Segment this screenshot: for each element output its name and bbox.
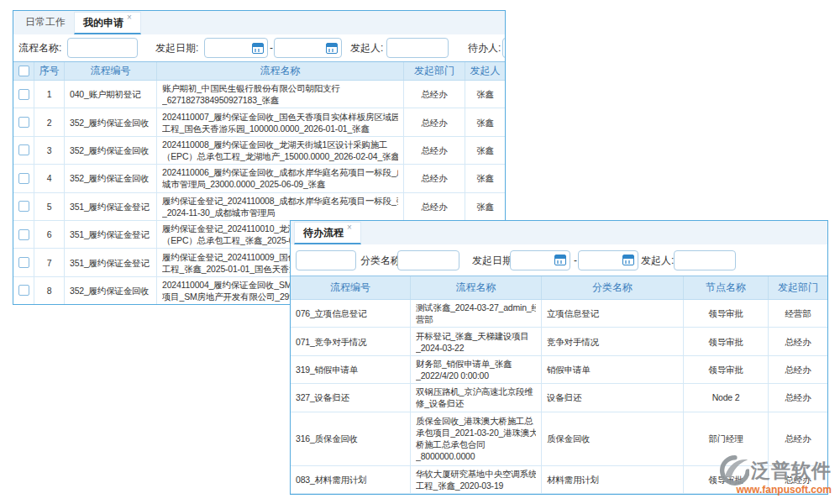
initiator-input[interactable] xyxy=(674,250,736,270)
cell-process-name: 2024110007_履约保证金回收_国色天香项目实体样板房区域园建工程_国色天… xyxy=(157,108,404,136)
cell-process-code: 319_销假申请单 xyxy=(291,356,411,384)
brand-url: www.fanpusoft.com xyxy=(719,484,832,496)
row-checkbox[interactable] xyxy=(18,117,29,128)
table-row[interactable]: 071_竞争对手情况 开标登记_张鑫_天梯建设项目_2024-03-22 竞争对… xyxy=(291,328,827,355)
cell-process-name: 双钢压路机_京沪高速北京段维修_设备归还 xyxy=(411,384,542,412)
table-row[interactable]: 319_销假申请单 财务部_销假申请单_张鑫_2022/4/20 0:00:00… xyxy=(291,356,827,384)
calendar-icon[interactable] xyxy=(622,255,634,265)
back-tabstrip: 日常工作 我的申请 × xyxy=(13,11,505,34)
initiator-label: 发起人: xyxy=(350,41,383,55)
fanpu-logo-icon xyxy=(719,455,749,486)
cell-process-name: 履约保证金登记_2024110008_成都水岸华庭名苑项目一标段_张鑫_2024… xyxy=(157,193,404,221)
col-header-dept[interactable]: 发起部门 xyxy=(769,276,827,299)
row-checkbox[interactable] xyxy=(18,173,29,184)
col-header-name[interactable]: 流程名称 xyxy=(157,62,404,80)
select-all-cell xyxy=(13,62,34,80)
cell-process-code: 083_材料需用计划 xyxy=(291,466,411,494)
row-checkbox[interactable] xyxy=(18,144,29,155)
row-checkbox-cell xyxy=(13,249,34,276)
cell-category: 立项信息登记 xyxy=(542,300,684,328)
col-header-seq[interactable]: 序号 xyxy=(34,62,65,80)
brand-text: 泛普软件 xyxy=(751,458,832,484)
col-header-node[interactable]: 节点名称 xyxy=(684,276,769,299)
process-name-input[interactable] xyxy=(67,38,138,58)
cell-seq: 5 xyxy=(34,193,65,221)
table-row[interactable]: 5 351_履约保证金登记 履约保证金登记_2024110008_成都水岸华庭名… xyxy=(13,193,505,221)
cell-process-name: 华软大厦研究基地中央空调系统工程_张鑫_2020-03-19 xyxy=(411,466,542,494)
tab-my-applications[interactable]: 我的申请 × xyxy=(74,12,141,34)
cell-category: 销假申请单 xyxy=(542,356,684,384)
start-date-from-input[interactable] xyxy=(204,38,268,58)
tab-daily-work[interactable]: 日常工作 xyxy=(17,12,74,34)
cell-seq: 6 xyxy=(34,221,65,249)
cell-process-name: 测试张鑫_2024-03-27_admin_经营部 xyxy=(411,300,542,328)
start-date-from-input[interactable] xyxy=(510,250,570,270)
col-header-dept[interactable]: 发起部门 xyxy=(404,62,465,80)
calendar-icon[interactable] xyxy=(252,43,264,54)
table-row[interactable]: 2 352_履约保证金回收 2024110007_履约保证金回收_国色天香项目实… xyxy=(13,108,505,136)
fanpusoft-watermark: 泛普软件 www.fanpusoft.com xyxy=(719,455,832,496)
cell-dept: 总经办 xyxy=(404,81,465,108)
cell-category: 设备归还 xyxy=(542,384,684,412)
calendar-icon[interactable] xyxy=(554,255,566,265)
unlabeled-filter-input[interactable] xyxy=(296,250,356,270)
cell-process-name: 财务部_销假申请单_张鑫_2022/4/20 0:00:00 xyxy=(411,356,542,384)
cell-process-name: 2024110008_履约保证金回收_龙湖天街城1区设计采购施工（EPC）总承包… xyxy=(157,137,404,165)
row-checkbox-cell xyxy=(13,137,34,165)
table-row[interactable]: 1 040_账户期初登记 账户期初_中国民生银行股份有限公司朝阳支行_62718… xyxy=(13,81,505,108)
start-date-to-input[interactable] xyxy=(274,38,342,58)
cell-dept: 总经办 xyxy=(404,108,465,136)
cell-dept: 总经办 xyxy=(404,137,465,165)
assignee-input[interactable] xyxy=(502,38,506,58)
back-table-header: 序号 流程编号 流程名称 发起部门 发起人 xyxy=(13,61,505,81)
table-row[interactable]: 327_设备归还 双钢压路机_京沪高速北京段维修_设备归还 设备归还 Node … xyxy=(291,384,827,412)
row-checkbox[interactable] xyxy=(18,89,29,100)
cell-process-code: 352_履约保证金回收 xyxy=(65,165,157,192)
cell-initiator: 张鑫 xyxy=(465,193,505,221)
cell-process-code: 351_履约保证金登记 xyxy=(65,221,157,249)
cell-dept: 总经办 xyxy=(404,193,465,221)
pending-processes-panel: 待办流程 × 分类名称: 发起日期: - 发起人: 流程编号 流程名称 分类名称… xyxy=(290,220,828,495)
tab-my-applications-label: 我的申请 xyxy=(83,16,123,30)
cell-process-code: 327_设备归还 xyxy=(291,384,411,412)
cell-process-name: 开标登记_张鑫_天梯建设项目_2024-03-22 xyxy=(411,328,542,355)
cell-process-code: 076_立项信息登记 xyxy=(291,300,411,328)
cell-process-code: 040_账户期初登记 xyxy=(65,81,157,108)
initiator-input[interactable] xyxy=(386,38,449,58)
date-separator: - xyxy=(574,255,577,266)
cell-seq: 8 xyxy=(34,277,65,305)
cell-initiator: 张鑫 xyxy=(465,81,505,108)
row-checkbox[interactable] xyxy=(18,257,29,268)
cell-dept: 总经办 xyxy=(769,328,827,355)
start-date-to-input[interactable] xyxy=(578,250,638,270)
cell-category: 质保金回收 xyxy=(542,412,684,466)
row-checkbox[interactable] xyxy=(18,285,29,296)
cell-dept: 总经办 xyxy=(769,384,827,412)
cell-seq: 4 xyxy=(34,165,65,192)
cell-node: 领导审批 xyxy=(684,356,769,384)
row-checkbox-cell xyxy=(13,277,34,305)
col-header-category[interactable]: 分类名称 xyxy=(542,276,684,299)
assignee-label: 待办人: xyxy=(468,41,501,55)
col-header-code[interactable]: 流程编号 xyxy=(65,62,157,80)
table-row[interactable]: 3 352_履约保证金回收 2024110008_履约保证金回收_龙湖天街城1区… xyxy=(13,137,505,165)
front-table-header: 流程编号 流程名称 分类名称 节点名称 发起部门 xyxy=(291,276,827,300)
col-header-name[interactable]: 流程名称 xyxy=(411,276,542,299)
front-filter-bar: 分类名称: 发起日期: - 发起人: xyxy=(291,244,827,276)
close-icon[interactable]: × xyxy=(127,13,132,22)
col-header-initiator[interactable]: 发起人 xyxy=(465,62,505,80)
start-date-label: 发起日期: xyxy=(472,253,515,267)
cell-dept: 经营部 xyxy=(769,300,827,328)
table-row[interactable]: 4 352_履约保证金回收 2024110006_履约保证金回收_成都水岸华庭名… xyxy=(13,165,505,192)
row-checkbox[interactable] xyxy=(18,201,29,212)
calendar-icon[interactable] xyxy=(326,43,338,54)
table-row[interactable]: 076_立项信息登记 测试张鑫_2024-03-27_admin_经营部 立项信… xyxy=(291,300,827,328)
tab-daily-work-label: 日常工作 xyxy=(25,15,66,29)
close-icon[interactable]: × xyxy=(347,223,352,232)
select-all-checkbox[interactable] xyxy=(18,66,29,76)
row-checkbox-cell xyxy=(13,193,34,221)
row-checkbox[interactable] xyxy=(18,229,29,240)
col-header-code[interactable]: 流程编号 xyxy=(291,276,411,299)
tab-pending-processes[interactable]: 待办流程 × xyxy=(294,222,361,244)
category-input[interactable] xyxy=(397,250,459,270)
